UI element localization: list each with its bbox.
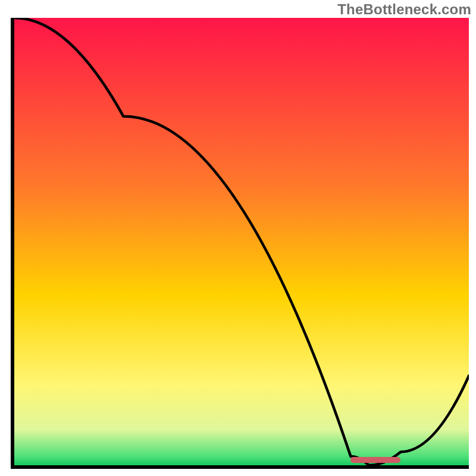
plot-area — [11, 18, 469, 469]
bottleneck-chart: TheBottleneck.com — [0, 0, 476, 476]
bottleneck-curve — [14, 18, 469, 465]
optimum-range-marker — [350, 457, 400, 463]
watermark-text: TheBottleneck.com — [337, 1, 471, 18]
curve-path — [14, 18, 469, 465]
